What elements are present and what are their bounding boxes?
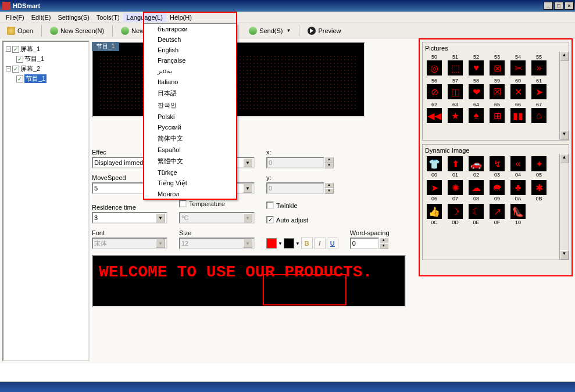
picture-item[interactable]: 63★ (446, 102, 465, 123)
language-item[interactable]: Polski (144, 112, 237, 122)
language-item[interactable]: 日本語 (144, 87, 237, 99)
language-item[interactable]: Монгол (144, 189, 237, 199)
x-spinner[interactable]: ▲▼ (324, 157, 334, 168)
dynimage-item[interactable]: 👍0C (425, 204, 444, 225)
menu-file[interactable]: File(F) (2, 13, 28, 22)
language-menu[interactable]: българскиDeutschEnglishFrançaiseبرσيةIta… (143, 23, 237, 200)
language-item[interactable]: Française (144, 55, 237, 66)
picture-item[interactable]: 62◀◀ (425, 102, 444, 123)
dynimage-item[interactable]: ♣0A (509, 180, 527, 202)
y-spinner[interactable]: ▲▼ (324, 182, 334, 194)
dynimage-item[interactable]: ☁08 (467, 180, 485, 202)
autoadjust-checkbox[interactable]: ✓ (266, 216, 274, 224)
picture-item[interactable]: 59☒ (488, 78, 506, 99)
dynimage-item[interactable]: «04 (509, 156, 527, 178)
dynimage-item[interactable]: ✺07 (446, 180, 465, 202)
tree-program-2-1[interactable]: ✓节目_1 (16, 74, 86, 84)
picture-item[interactable]: 60✕ (509, 78, 527, 99)
dynimage-scrollbar[interactable]: ▲▼ (559, 154, 569, 260)
preview-button[interactable]: Preview (304, 26, 344, 36)
dynimage-item[interactable]: 👕00 (425, 156, 444, 178)
residence-combo[interactable]: 3▼ (92, 212, 167, 224)
picture-item[interactable]: 57◫ (446, 78, 465, 99)
picture-item[interactable]: 55» (530, 54, 548, 75)
picture-item[interactable]: 51⬚ (446, 54, 465, 75)
language-item[interactable]: Türkçe (144, 167, 237, 178)
dynimage-item[interactable]: ↗0F (488, 204, 506, 225)
temperature-checkbox[interactable] (179, 200, 187, 207)
language-item[interactable]: Deutsch (144, 34, 237, 45)
dynimage-item[interactable]: 🌧09 (488, 180, 506, 202)
dynimage-item[interactable]: ↯03 (488, 156, 506, 178)
bold-button[interactable]: B (301, 238, 313, 249)
font-combo[interactable]: 宋体▼ (92, 238, 167, 249)
picture-item[interactable]: 67⌂ (530, 102, 548, 123)
close-button[interactable]: × (565, 2, 574, 10)
dynimage-item[interactable]: ⬆01 (446, 156, 465, 178)
app-icon (2, 2, 10, 10)
dynimage-item[interactable]: 👠10 (509, 204, 527, 225)
picture-item[interactable]: 58❤ (467, 78, 485, 99)
language-item[interactable]: Italiano (144, 77, 237, 87)
y-input[interactable]: 0 (266, 182, 324, 194)
language-item[interactable]: 简体中文 (144, 132, 237, 145)
wordspacing-input[interactable]: 0 (350, 238, 379, 249)
language-item[interactable]: برσية (144, 66, 237, 77)
text-color-button[interactable] (266, 238, 277, 249)
language-item[interactable]: Русский (144, 122, 237, 132)
picture-item[interactable]: 54✂ (509, 54, 527, 75)
open-button[interactable]: Open (3, 26, 37, 36)
temperature-unit-combo[interactable]: °C▼ (179, 212, 255, 224)
pictures-scrollbar[interactable]: ▲▼ (559, 52, 569, 140)
language-item[interactable]: Tiếng Việt (144, 178, 237, 189)
menu-language[interactable]: Language(L) (123, 13, 166, 22)
open-icon (7, 27, 15, 35)
picture-item[interactable]: 56⊘ (425, 78, 444, 99)
x-label: x: (266, 149, 336, 156)
dynimage-item[interactable]: ➤06 (425, 180, 444, 202)
language-item[interactable]: 繁體中文 (144, 155, 237, 167)
picture-item[interactable]: 61➤ (530, 78, 548, 99)
tree-screen-1[interactable]: −✓屏幕_1 (6, 44, 86, 54)
menu-bar: File(F) Edit(E) Settings(S) Tools(T) Lan… (0, 12, 575, 23)
app-title: HDSmart (13, 2, 40, 9)
bg-color-button[interactable] (284, 238, 294, 249)
tree-program-1-1[interactable]: ✓节目_1 (16, 54, 86, 64)
screen-tree[interactable]: −✓屏幕_1 ✓节目_1 −✓屏幕_2 ✓节目_1 (2, 41, 90, 361)
pictures-grid: 50◎51⬚52♥53⊠54✂55»56⊘57◫58❤59☒60✕61➤62◀◀… (425, 54, 566, 123)
picture-item[interactable]: 66▮▮ (509, 102, 527, 123)
message-textarea[interactable]: WELCOME TO USE OUR PRODUCTS. (92, 255, 406, 307)
dynimage-item[interactable]: ✱0B (530, 180, 548, 202)
led-tab: 节目_1 (92, 42, 119, 51)
picture-item[interactable]: 64♠ (467, 102, 485, 123)
wordspacing-spinner[interactable]: ▲▼ (379, 238, 388, 249)
tree-screen-2[interactable]: −✓屏幕_2 (6, 64, 86, 74)
dynimage-item[interactable]: 🚗02 (467, 156, 485, 178)
underline-button[interactable]: U (327, 238, 338, 249)
font-label: Font (92, 229, 167, 236)
picture-item[interactable]: 65⊞ (488, 102, 506, 123)
x-input[interactable]: 0 (266, 157, 324, 168)
dynimage-item[interactable]: ✦05 (530, 156, 548, 178)
menu-edit[interactable]: Edit(E) (28, 13, 55, 22)
menu-help[interactable]: Help(H) (166, 13, 195, 22)
send-button[interactable]: Send(S)▼ (245, 26, 294, 36)
minimize-button[interactable]: _ (544, 2, 553, 10)
picture-item[interactable]: 52♥ (467, 54, 485, 75)
twinkle-checkbox[interactable] (266, 202, 274, 209)
dynimage-label: Dynamic Image (425, 147, 566, 154)
picture-item[interactable]: 50◎ (425, 54, 444, 75)
dynimage-item[interactable]: ☽0D (446, 204, 465, 225)
maximize-button[interactable]: □ (554, 2, 563, 10)
language-item[interactable]: English (144, 45, 237, 55)
menu-settings[interactable]: Settings(S) (54, 13, 92, 22)
size-combo[interactable]: 12▼ (179, 238, 255, 249)
picture-item[interactable]: 53⊠ (488, 54, 506, 75)
language-item[interactable]: Español (144, 145, 237, 155)
dynimage-item[interactable]: ☾0E (467, 204, 485, 225)
italic-button[interactable]: I (314, 238, 326, 249)
language-item[interactable]: 한국인 (144, 99, 237, 112)
new-screen-button[interactable]: New Screen(N) (47, 26, 108, 36)
menu-tools[interactable]: Tools(T) (93, 13, 123, 22)
language-item[interactable]: български (144, 24, 237, 34)
